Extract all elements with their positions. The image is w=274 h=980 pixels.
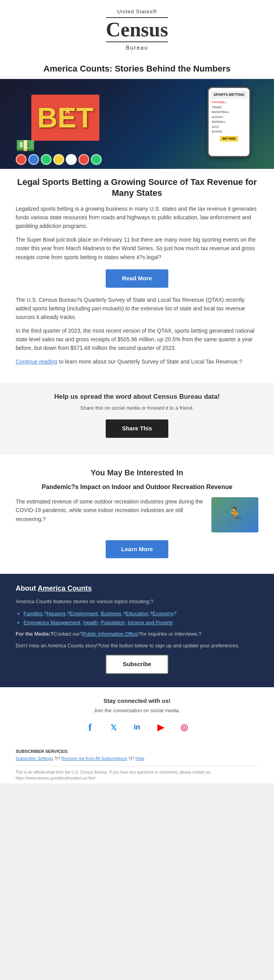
interested-article-title: Pandemic?s Impact on Indoor and Outdoor … <box>16 482 258 492</box>
subscribe-button[interactable]: Subscribe <box>106 655 168 674</box>
chip-green2 <box>91 154 102 165</box>
phone-boxing: BOXING <box>211 129 247 134</box>
interested-content: The estimated revenue of some outdoor re… <box>16 497 258 532</box>
recreation-icon: 🏃 <box>226 504 244 525</box>
article-title: Legal Sports Betting a Growing Source of… <box>16 177 258 199</box>
email-wrapper: United States® Census Bureau America Cou… <box>0 0 274 783</box>
about-media-label: For the Media:? <box>16 631 54 637</box>
footer: SUBSCRIBER SERVICES: Subscriber Settings… <box>0 744 274 783</box>
article-para4: In the third quarter of 2023, the most r… <box>16 326 258 353</box>
footer-disclaimer: This is an official email from the U.S. … <box>16 766 258 781</box>
social-title: Stay connected with us! <box>16 697 258 706</box>
about-america-counts-link[interactable]: America Counts <box>38 584 92 592</box>
about-list-item-1: Families,?Housing,?Employment, Business,… <box>23 610 258 618</box>
social-icons: f 𝕏 in ▶ ◎ <box>16 720 258 735</box>
chip-red2 <box>78 154 89 165</box>
phone-hockey: HOCKEY <box>211 115 247 120</box>
learn-more-button[interactable]: Learn More <box>106 540 168 559</box>
money-icon: 💵 <box>16 134 35 157</box>
about-media-text: Contact our? <box>54 631 83 637</box>
continue-reading-link[interactable]: Continue reading <box>16 358 58 365</box>
about-section: About America Counts America Counts feat… <box>0 574 274 687</box>
hero-image: BET SPORTS BETTING FOOTBALL TENNIS BASKE… <box>0 79 274 169</box>
youtube-icon[interactable]: ▶ <box>153 720 168 735</box>
about-media: For the Media:?Contact our?Public Inform… <box>16 630 258 638</box>
logo-united-states: United States® <box>106 8 168 16</box>
interested-section: You May Be Interested In Pandemic?s Impa… <box>0 459 274 574</box>
phone-basketball: BASKETBALL <box>211 110 247 115</box>
share-this-button[interactable]: Share This <box>106 419 168 438</box>
about-title: About America Counts <box>16 583 258 594</box>
chip-white <box>66 154 77 165</box>
interested-article-body: The estimated revenue of some outdoor re… <box>16 497 205 523</box>
about-title-text: About <box>16 584 38 592</box>
page-title: America Counts: Stories Behind the Numbe… <box>0 56 274 79</box>
phone-football: FOOTBALL <box>211 100 247 105</box>
header: United States® Census Bureau <box>0 0 274 56</box>
share-subtitle: Share this on social media or forward it… <box>16 404 258 412</box>
help-link[interactable]: Help <box>135 756 144 761</box>
twitter-icon[interactable]: 𝕏 <box>106 720 121 735</box>
logo-bureau: Bureau <box>106 44 168 52</box>
public-information-office-link[interactable]: Public Information Office <box>83 631 138 637</box>
instagram-icon[interactable]: ◎ <box>177 720 191 735</box>
star-icon: ★ <box>63 102 72 119</box>
article-section: Legal Sports Betting a Growing Source of… <box>0 169 274 379</box>
article-para3: The U.S. Census Bureau?s Quarterly Surve… <box>16 296 258 322</box>
chip-green <box>41 154 52 165</box>
disclaimer-text: This is an official email from the U.S. … <box>16 770 211 780</box>
subscriber-services-label: SUBSCRIBER SERVICES: <box>16 748 258 755</box>
logo-census: Census <box>106 20 168 40</box>
interested-title: You May Be Interested In <box>16 467 258 478</box>
article-continue: Continue reading to learn more about our… <box>16 357 258 366</box>
about-cta: Don't miss an America Counts story!?Use … <box>16 642 258 650</box>
phone-tennis: TENNIS <box>211 105 247 110</box>
phone-baseball: BASEBALL <box>211 120 247 125</box>
share-section: Help us spread the word about Census Bur… <box>0 382 274 455</box>
interested-image: 🏃 <box>211 497 258 532</box>
phone-golf: GOLF <box>211 125 247 130</box>
linkedin-icon[interactable]: in <box>130 720 144 735</box>
read-more-button[interactable]: Read More <box>106 269 168 288</box>
social-subtitle: Join the conversation on social media. <box>16 707 258 715</box>
logo: United States® Census Bureau <box>106 8 168 52</box>
about-body: America Counts features stories on vario… <box>16 598 258 606</box>
footer-links: Subscriber Settings ?|? Remove me from A… <box>16 755 258 762</box>
phone-header: SPORTS BETTING <box>211 91 247 99</box>
share-title: Help us spread the word about Census Bur… <box>16 392 258 402</box>
continue-text: to learn more about our Quarterly Survey… <box>58 358 242 365</box>
subscriber-settings-link[interactable]: Subscriber Settings <box>16 756 53 761</box>
phone-bet-btn: BET NOW <box>220 136 238 142</box>
about-list-item-2: Emergency Management, Health, Population… <box>23 619 258 627</box>
unsubscribe-link[interactable]: Remove me from All Subscriptions <box>61 756 127 761</box>
facebook-icon[interactable]: f <box>83 720 97 735</box>
social-section: Stay connected with us! Join the convers… <box>0 687 274 744</box>
hero-phone: SPORTS BETTING FOOTBALL TENNIS BASKETBAL… <box>207 87 251 157</box>
about-list: Families,?Housing,?Employment, Business,… <box>23 610 258 626</box>
about-media-suffix: ?for inquiries or interviews.? <box>138 631 202 637</box>
article-para1: Legalized sports betting is a growing bu… <box>16 204 258 231</box>
article-para2: The Super Bowl just took place on Februa… <box>16 235 258 262</box>
chip-yellow <box>53 154 64 165</box>
